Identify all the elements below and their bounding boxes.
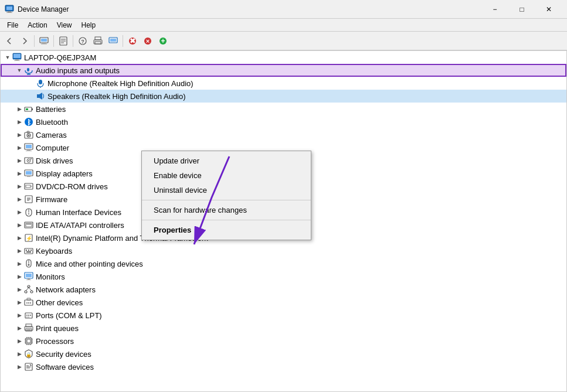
- menu-view[interactable]: View: [52, 19, 77, 31]
- tree-item-speakers[interactable]: Speakers (Realtek High Definition Audio): [1, 90, 566, 103]
- microphone-icon: [36, 79, 45, 88]
- tree-item-ports[interactable]: Ports (COM & LPT): [1, 309, 566, 322]
- tree-item-batteries[interactable]: Batteries: [1, 103, 566, 115]
- svg-text:✖: ✖: [130, 37, 135, 45]
- tree-item-audio[interactable]: Audio inputs and outputs: [1, 64, 566, 77]
- expand-hid[interactable]: [15, 207, 24, 217]
- remove-toolbar-btn[interactable]: ×: [141, 34, 155, 48]
- svg-rect-37: [32, 108, 33, 110]
- bluetooth-icon: ᛒ: [24, 117, 33, 127]
- processor-icon: [24, 336, 33, 346]
- device-tree[interactable]: LAPTOP-Q6EJP3AM Audio inputs and outputs: [0, 50, 567, 392]
- svg-line-87: [29, 288, 32, 291]
- microphone-label: Microphone (Realtek High Definition Audi…: [47, 79, 193, 88]
- properties-toolbar-btn[interactable]: [56, 34, 70, 48]
- svg-rect-71: [25, 248, 33, 254]
- menu-help[interactable]: Help: [77, 19, 101, 31]
- menu-file[interactable]: File: [2, 19, 23, 31]
- context-scan-hardware[interactable]: Scan for hardware changes: [142, 203, 311, 217]
- other-icon: [24, 298, 33, 307]
- help-toolbar-btn[interactable]: ?: [76, 34, 90, 48]
- uninstall-toolbar-btn[interactable]: ✖: [125, 34, 140, 48]
- expand-ide[interactable]: [15, 220, 24, 230]
- expand-ports[interactable]: [15, 311, 24, 320]
- expand-display[interactable]: [15, 169, 24, 178]
- toolbar-sep-1: [34, 35, 35, 47]
- expand-audio[interactable]: [15, 66, 24, 75]
- context-enable-device[interactable]: Enable device: [142, 168, 311, 183]
- context-sep-1: [142, 200, 311, 200]
- other-label: Other devices: [36, 298, 83, 307]
- svg-rect-57: [26, 185, 30, 188]
- context-sep-2: [142, 220, 311, 220]
- context-update-driver[interactable]: Update driver: [142, 154, 311, 168]
- monitor-icon: [24, 272, 33, 281]
- expand-mice[interactable]: [15, 259, 24, 268]
- svg-text:ᛒ: ᛒ: [27, 118, 31, 127]
- expand-monitors[interactable]: [15, 272, 24, 281]
- toolbar-sep-4: [123, 35, 123, 47]
- svg-rect-3: [6, 12, 12, 13]
- toolbar-sep-3: [73, 35, 73, 47]
- tree-item-security[interactable]: 🔒 Security devices: [1, 347, 566, 360]
- forward-button[interactable]: [18, 34, 32, 48]
- svg-rect-38: [26, 108, 28, 110]
- svg-point-99: [28, 316, 29, 318]
- svg-rect-47: [27, 149, 30, 151]
- svg-point-51: [28, 160, 29, 161]
- mouse-icon: [24, 259, 33, 268]
- expand-computer[interactable]: [15, 143, 24, 152]
- display-toolbar-btn[interactable]: [106, 34, 120, 48]
- tree-item-root[interactable]: LAPTOP-Q6EJP3AM: [1, 51, 566, 64]
- menu-action[interactable]: Action: [23, 19, 52, 31]
- context-uninstall-device[interactable]: Uninstall device: [142, 183, 311, 197]
- expand-keyboards[interactable]: [15, 246, 24, 255]
- maximize-button[interactable]: □: [508, 0, 535, 19]
- print-toolbar-btn[interactable]: [91, 34, 105, 48]
- svg-point-97: [30, 315, 31, 316]
- svg-rect-5: [41, 39, 47, 42]
- tree-item-processors[interactable]: Processors: [1, 335, 566, 347]
- minimize-button[interactable]: −: [481, 0, 508, 19]
- expand-security[interactable]: [15, 349, 24, 359]
- tree-item-bluetooth[interactable]: ᛒ Bluetooth: [1, 115, 566, 128]
- expand-cameras[interactable]: [15, 130, 24, 139]
- computer-toolbar-btn[interactable]: [37, 34, 51, 48]
- expand-firmware[interactable]: [15, 195, 24, 204]
- tree-item-other[interactable]: Other devices: [1, 296, 566, 309]
- scan-toolbar-btn[interactable]: +: [156, 34, 170, 48]
- computer-icon: [12, 53, 22, 62]
- close-button[interactable]: ✕: [535, 0, 562, 19]
- svg-rect-82: [26, 279, 31, 280]
- tree-item-network[interactable]: Network adapters: [1, 283, 566, 296]
- expand-print[interactable]: [15, 323, 24, 333]
- svg-text:+: +: [161, 37, 165, 45]
- tree-item-software[interactable]: Software devices: [1, 360, 566, 373]
- tree-item-print[interactable]: Print queues: [1, 322, 566, 335]
- tree-item-cameras[interactable]: Cameras: [1, 128, 566, 141]
- svg-rect-55: [27, 176, 30, 177]
- svg-point-65: [28, 213, 29, 214]
- back-button[interactable]: [2, 34, 16, 48]
- tree-item-mice[interactable]: Mice and other pointing devices: [1, 257, 566, 270]
- expand-batteries[interactable]: [15, 104, 24, 114]
- expand-network[interactable]: [15, 285, 24, 294]
- bluetooth-label: Bluetooth: [36, 118, 68, 127]
- expand-software[interactable]: [15, 362, 24, 371]
- expand-disk[interactable]: [15, 156, 24, 165]
- window-title: Device Manager: [18, 5, 481, 13]
- svg-rect-54: [26, 171, 32, 175]
- context-properties[interactable]: Properties: [142, 223, 311, 237]
- tree-item-monitors[interactable]: Monitors: [1, 270, 566, 283]
- expand-bluetooth[interactable]: [15, 117, 24, 127]
- expand-other[interactable]: [15, 298, 24, 307]
- tree-item-microphone[interactable]: Microphone (Realtek High Definition Audi…: [1, 77, 566, 90]
- expand-intel[interactable]: [15, 233, 24, 243]
- disk-icon: [24, 156, 33, 165]
- expand-dvd[interactable]: [15, 182, 24, 191]
- expand-processors[interactable]: [15, 336, 24, 346]
- svg-rect-16: [95, 42, 101, 44]
- tree-item-keyboards[interactable]: Keyboards: [1, 244, 566, 257]
- firmware-icon: [24, 195, 33, 204]
- expand-root[interactable]: [3, 53, 12, 62]
